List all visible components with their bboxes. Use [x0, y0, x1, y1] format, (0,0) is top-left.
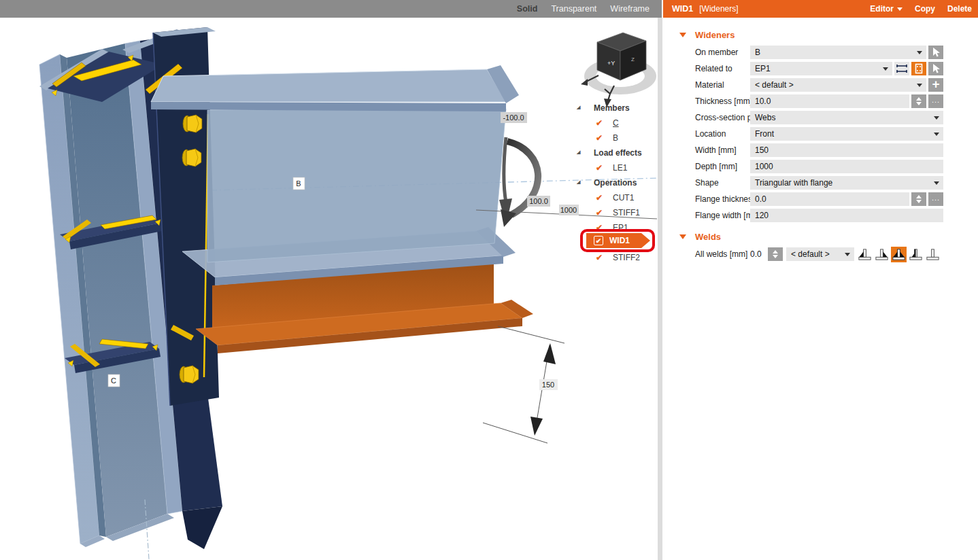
- spin-down-icon[interactable]: [916, 200, 922, 203]
- end-plate-icon: [913, 63, 924, 75]
- dropdown-value: < default >: [755, 80, 794, 90]
- section-welds[interactable]: Welds: [663, 230, 978, 243]
- thickness-spinner[interactable]: [911, 94, 926, 108]
- row-material: Material < default > +: [663, 78, 978, 92]
- row-width: Width [mm] 150: [663, 143, 978, 157]
- spin-up-icon[interactable]: [916, 195, 922, 198]
- row-thickness: Thickness [mm] 10.0 ...: [663, 94, 978, 108]
- material-dropdown[interactable]: < default >: [750, 78, 926, 92]
- row-shape: Shape Triangular with flange: [663, 176, 978, 190]
- render-mode-solid[interactable]: Solid: [517, 4, 538, 14]
- delete-button[interactable]: Delete: [947, 4, 972, 14]
- tree-item-b[interactable]: ✔ B: [575, 130, 618, 145]
- location-dropdown[interactable]: Front: [750, 127, 943, 141]
- butt-weld-icon[interactable]: [925, 247, 941, 262]
- view-cube-right-label: Z: [631, 56, 635, 63]
- tree-item-wid1-selected[interactable]: ✔ WID1: [586, 233, 641, 248]
- column-bottom-shadow: [182, 506, 222, 549]
- editor-button[interactable]: Editor: [870, 4, 903, 14]
- panel-content: Wideners On member B Related to: [663, 18, 978, 264]
- viewport-scrollbar[interactable]: [658, 18, 663, 560]
- flange-thickness-input[interactable]: 0.0: [750, 192, 909, 206]
- panel-header: WID1 [Wideners] Editor Copy Delete: [663, 0, 978, 18]
- checkbox-checked-icon[interactable]: ✔: [596, 223, 607, 232]
- cross-section-parts-dropdown[interactable]: Webs: [750, 111, 943, 124]
- dim-input-100[interactable]: 100.0: [527, 196, 550, 207]
- checkbox-checked-icon[interactable]: ✔: [596, 253, 607, 262]
- field-label: Material: [663, 80, 750, 90]
- fillet-weld-right-icon[interactable]: [874, 247, 890, 262]
- width-input[interactable]: 150: [750, 143, 943, 157]
- spin-up-icon[interactable]: [773, 250, 778, 253]
- checkbox-checked-icon[interactable]: ✔: [594, 236, 603, 245]
- tree-item-cut1[interactable]: ✔ CUT1: [575, 190, 634, 205]
- weld-material-dropdown[interactable]: < default >: [786, 247, 854, 261]
- fillet-weld-both-sides-icon-selected[interactable]: [891, 247, 907, 262]
- view-cube[interactable]: +Y Z: [581, 33, 656, 107]
- bolt-1: [183, 115, 202, 133]
- spin-up-icon[interactable]: [916, 97, 922, 101]
- cursor-arrow-icon: [931, 47, 941, 58]
- pick-related-button[interactable]: [928, 62, 943, 75]
- 3d-viewport[interactable]: -100.0 100.0 1000 150 B C: [0, 18, 658, 560]
- tree-item-stiff2[interactable]: ✔ STIFF2: [575, 250, 640, 265]
- relate-to-member-button[interactable]: [894, 62, 909, 75]
- tree-item-le1[interactable]: ✔ LE1: [575, 160, 627, 175]
- member-b-text: B: [296, 179, 301, 188]
- flange-thickness-more-button[interactable]: ...: [928, 192, 943, 206]
- tree-group-operations[interactable]: ◢ Operations: [575, 175, 637, 190]
- thickness-more-button[interactable]: ...: [928, 94, 943, 108]
- dropdown-value: Webs: [755, 113, 775, 122]
- all-welds-value[interactable]: 0.0: [750, 249, 768, 259]
- checkbox-checked-icon[interactable]: ✔: [596, 118, 607, 128]
- all-welds-spinner[interactable]: [768, 247, 783, 261]
- flange-width-input[interactable]: 120: [750, 209, 943, 222]
- chevron-down-icon: [934, 133, 939, 136]
- tree-group-members[interactable]: ◢ Members: [575, 101, 630, 116]
- row-flange-thickness: Flange thickness [mm] 0.0 ...: [663, 192, 978, 206]
- checkbox-checked-icon[interactable]: ✔: [596, 133, 607, 143]
- spin-down-icon[interactable]: [916, 102, 922, 105]
- chevron-down-icon: [897, 7, 903, 11]
- pick-member-button[interactable]: [928, 46, 943, 59]
- render-mode-transparent[interactable]: Transparent: [551, 4, 596, 14]
- cursor-arrow-icon: [931, 63, 941, 74]
- spin-down-icon[interactable]: [773, 255, 778, 258]
- tree-item-stiff1[interactable]: ✔ STIFF1: [575, 205, 640, 220]
- chevron-down-icon: [934, 116, 939, 120]
- item-label: STIFF1: [613, 208, 640, 217]
- related-to-dropdown[interactable]: EP1: [750, 62, 892, 75]
- member-label-c[interactable]: C: [108, 374, 120, 387]
- checkbox-checked-icon[interactable]: ✔: [596, 208, 607, 217]
- fillet-weld-left-icon[interactable]: [857, 247, 873, 262]
- section-wideners[interactable]: Wideners: [663, 29, 978, 41]
- field-label: Thickness [mm]: [663, 97, 750, 106]
- depth-input[interactable]: 1000: [750, 160, 943, 173]
- relate-to-plate-button-selected[interactable]: [911, 62, 926, 75]
- render-mode-toolbar: Solid Transparent Wireframe: [0, 0, 662, 18]
- expander-icon[interactable]: ◢: [577, 150, 584, 155]
- beam-section-icon: [896, 63, 908, 74]
- tree-group-load-effects[interactable]: ◢ Load effects: [575, 145, 642, 160]
- member-label-b[interactable]: B: [293, 177, 305, 190]
- field-label: On member: [663, 48, 750, 57]
- copy-button[interactable]: Copy: [915, 4, 935, 14]
- shape-dropdown[interactable]: Triangular with flange: [750, 176, 943, 190]
- add-material-button[interactable]: +: [928, 78, 943, 92]
- checkbox-checked-icon[interactable]: ✔: [596, 163, 607, 173]
- flange-thickness-spinner[interactable]: [911, 192, 926, 206]
- dim-input-minus100[interactable]: -100.0: [501, 112, 527, 123]
- expander-icon[interactable]: ◢: [577, 179, 584, 185]
- dim-label-150[interactable]: 150: [539, 379, 558, 390]
- tree-item-c[interactable]: ✔ C: [575, 116, 619, 130]
- connection-3d-scene[interactable]: -100.0 100.0 1000 150 B C: [0, 18, 658, 560]
- expander-icon[interactable]: ◢: [577, 105, 584, 110]
- item-label: B: [613, 133, 618, 143]
- bevel-weld-icon[interactable]: [908, 247, 924, 262]
- thickness-input[interactable]: 10.0: [750, 94, 909, 108]
- on-member-dropdown[interactable]: B: [750, 46, 926, 59]
- field-label: Flange thickness [mm]: [663, 194, 750, 204]
- checkbox-checked-icon[interactable]: ✔: [596, 193, 607, 203]
- render-mode-wireframe[interactable]: Wireframe: [610, 4, 650, 14]
- dropdown-value: Front: [755, 129, 774, 139]
